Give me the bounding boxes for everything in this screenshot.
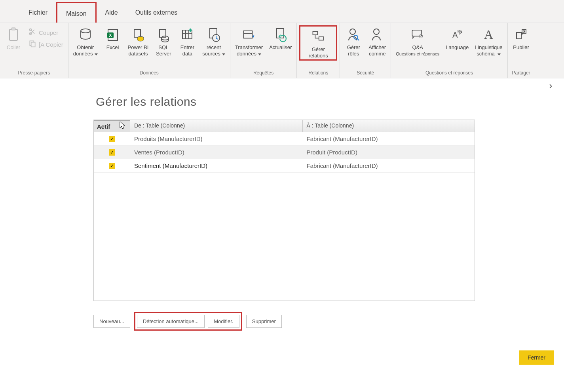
fermer-button[interactable]: Fermer: [519, 350, 554, 365]
clipboard-actions: Couper [A Copier: [28, 25, 64, 51]
ling-label-2: schéma: [477, 51, 495, 57]
active-checkbox[interactable]: ✓: [109, 149, 115, 156]
nouveau-button[interactable]: Nouveau...: [93, 315, 130, 328]
chat-gear-icon: [411, 27, 424, 43]
transformer-label-1: Transformer: [235, 44, 263, 50]
table-row[interactable]: ✓ Ventes (ProductID) Produit (ProductID): [94, 146, 475, 159]
svg-rect-37: [517, 32, 521, 39]
tab-aide[interactable]: Aide: [97, 2, 127, 23]
queries-group-label: Requêtes: [234, 69, 292, 77]
tab-maison[interactable]: Maison: [56, 2, 97, 23]
relations-table-body: ✓ Produits (ManufacturerID) Fabricant (M…: [94, 132, 475, 301]
svg-rect-5: [31, 42, 35, 47]
qa-label-2: Questions et réponses: [396, 51, 439, 56]
svg-rect-25: [277, 29, 284, 38]
svg-point-14: [161, 36, 169, 40]
svg-point-28: [350, 29, 355, 34]
gerer-relations-button[interactable]: Gérerrelations: [299, 25, 337, 61]
entrer-label-2: data: [182, 51, 192, 57]
ribbon-group-data: Obtenirdonnées X Excel Power BIdatasets …: [68, 23, 230, 78]
pbi-label-1: Power BI: [128, 44, 149, 50]
couper-button[interactable]: Couper: [28, 28, 58, 37]
menu-tabs: Fichier Maison Aide Outils externes: [0, 0, 564, 23]
highlighted-buttons: Détection automatique... Modifier.: [134, 312, 242, 331]
cell-to: Fabricant (ManufacturerID): [303, 135, 475, 142]
ribbon: Coller Couper [A Copier Presse-papiers O…: [0, 23, 564, 78]
sql-server-button[interactable]: SQLServer: [154, 25, 173, 58]
cell-to: Produit (ProductID): [303, 149, 475, 156]
scissors-icon: [28, 28, 36, 36]
detection-auto-button[interactable]: Détection automatique...: [137, 315, 205, 328]
transformer-label-2: données: [237, 51, 256, 57]
pbi-label-2: datasets: [128, 51, 148, 57]
publish-icon: [515, 27, 528, 43]
manage-relations-dialog: Gérer les relations Actif De : Table (Co…: [0, 95, 564, 365]
active-checkbox[interactable]: ✓: [109, 136, 115, 142]
gerer-roles-label-2: rôles: [348, 51, 359, 57]
entrer-label-1: Entrer: [180, 44, 194, 50]
user-view-icon: [370, 27, 384, 43]
table-row[interactable]: ✓ Produits (ManufacturerID) Fabricant (M…: [94, 132, 475, 146]
transformer-donnees-button[interactable]: Transformerdonnées: [234, 25, 264, 58]
ribbon-group-qa: Q&AQuestions et réponses A字 Language A L…: [391, 23, 507, 78]
svg-rect-0: [9, 29, 17, 40]
column-header-to[interactable]: À : Table (Colonne): [303, 120, 475, 132]
clipboard-icon: [7, 27, 20, 43]
afficher-label-1: Afficher: [368, 44, 386, 50]
column-header-from[interactable]: De : Table (Colonne): [130, 120, 303, 132]
svg-text:A: A: [484, 27, 493, 42]
svg-text:X: X: [109, 33, 112, 38]
ling-label-1: Linguistique: [475, 44, 502, 50]
language-button[interactable]: A字 Language: [445, 25, 469, 52]
publier-button[interactable]: Publier: [512, 25, 531, 52]
sql-label-2: Server: [156, 51, 171, 57]
excel-button[interactable]: X Excel: [103, 25, 122, 52]
dialog-button-row: Nouveau... Détection automatique... Modi…: [93, 312, 564, 331]
transform-icon: [242, 27, 256, 43]
obtenir-donnees-button[interactable]: Obtenirdonnées: [72, 25, 99, 58]
modifier-button[interactable]: Modifier.: [208, 315, 239, 328]
table-plus-icon: [180, 27, 194, 43]
relations-table-header: Actif De : Table (Colonne) À : Table (Co…: [94, 120, 475, 132]
actualiser-button[interactable]: Actualiser: [268, 25, 292, 52]
ribbon-group-queries: Transformerdonnées Actualiser Requêtes: [230, 23, 297, 78]
coller-button[interactable]: Coller: [4, 25, 23, 52]
ribbon-group-clipboard: Coller Couper [A Copier Presse-papiers: [0, 23, 68, 78]
cell-from: Produits (ManufacturerID): [130, 135, 303, 142]
clipboard-group-label: Presse-papiers: [4, 69, 64, 77]
svg-rect-10: [134, 29, 141, 37]
chevron-right-icon[interactable]: ›: [549, 81, 552, 91]
coller-label: Coller: [7, 44, 20, 51]
security-group-label: Sécurité: [344, 69, 387, 77]
supprimer-button[interactable]: Supprimer: [246, 315, 282, 328]
refresh-icon: [274, 27, 287, 43]
active-checkbox[interactable]: ✓: [109, 163, 115, 169]
copier-label: [A Copier: [39, 41, 63, 48]
copier-button[interactable]: [A Copier: [28, 40, 63, 49]
recent-sources-button[interactable]: récentsources: [201, 25, 226, 58]
ribbon-group-share: Publier Partager: [508, 23, 535, 78]
linguistique-button[interactable]: A Linguistiqueschéma: [474, 25, 503, 58]
gerer-roles-button[interactable]: Gérerrôles: [344, 25, 363, 58]
relations-table: Actif De : Table (Colonne) À : Table (Co…: [93, 120, 475, 301]
svg-rect-23: [243, 31, 252, 38]
column-header-actif[interactable]: Actif: [94, 120, 130, 132]
gerer-relations-label-2: relations: [309, 53, 328, 59]
obtenir-label-1: Obtenir: [77, 44, 94, 50]
share-group-label: Partager: [512, 69, 531, 77]
afficher-comme-button[interactable]: Affichercomme: [368, 25, 387, 58]
tab-fichier[interactable]: Fichier: [20, 2, 56, 23]
entrer-data-button[interactable]: Entrerdata: [178, 25, 197, 58]
couper-label: Couper: [39, 29, 58, 36]
powerbi-datasets-button[interactable]: Power BIdatasets: [127, 25, 150, 58]
cell-from: Ventes (ProductID): [130, 149, 303, 156]
table-row[interactable]: ✓ Sentiment (ManufacturerID) Fabricant (…: [94, 159, 475, 173]
qa-group-label: Questions et réponses: [395, 69, 503, 77]
obtenir-label-2: données: [73, 51, 93, 57]
afficher-label-2: comme: [369, 51, 386, 57]
svg-point-31: [374, 29, 379, 34]
cell-from: Sentiment (ManufacturerID): [130, 162, 303, 169]
qa-setup-button[interactable]: Q&AQuestions et réponses: [395, 25, 440, 58]
tab-outils-externes[interactable]: Outils externes: [127, 2, 186, 23]
dialog-title: Gérer les relations: [96, 95, 564, 108]
